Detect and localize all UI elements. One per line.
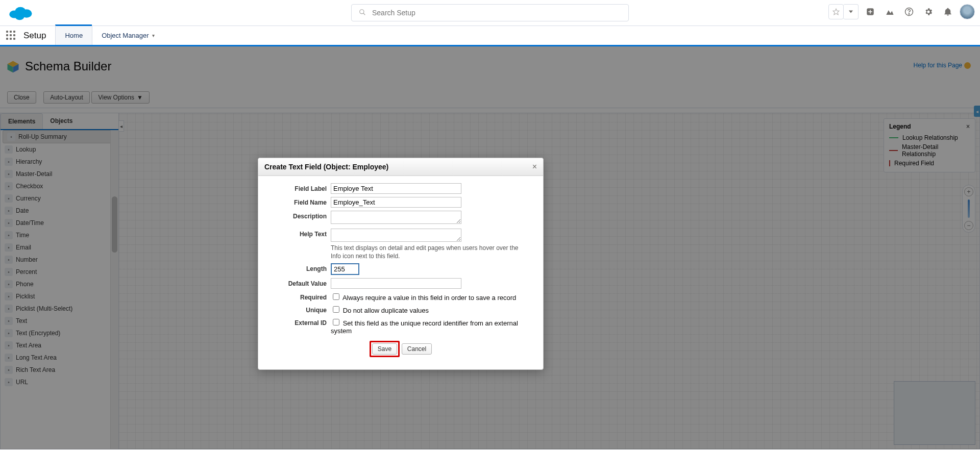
- help-text-textarea[interactable]: [331, 229, 461, 242]
- field-label-input[interactable]: [331, 183, 461, 194]
- global-actions-plus-icon[interactable]: [863, 4, 878, 19]
- favorites-star-icon[interactable]: [828, 4, 844, 19]
- chevron-down-icon: ▾: [152, 33, 155, 38]
- notifications-bell-icon[interactable]: [940, 4, 955, 19]
- help-text-hint: This text displays on detail and edit pa…: [331, 244, 525, 260]
- description-label: Description: [268, 211, 331, 220]
- workspace: Schema Builder Help for this Page Close …: [0, 46, 980, 449]
- modal-close-icon[interactable]: ×: [532, 162, 537, 171]
- external-id-label: External ID: [268, 317, 331, 327]
- length-label: Length: [268, 263, 331, 272]
- global-search[interactable]: [351, 4, 629, 21]
- description-textarea[interactable]: [331, 211, 461, 224]
- svg-point-4: [360, 9, 364, 13]
- help-question-icon[interactable]: [901, 4, 917, 19]
- svg-point-9: [909, 13, 910, 14]
- salesforce-help-trail-icon[interactable]: [882, 4, 897, 19]
- context-bar: Setup Home Object Manager ▾: [0, 26, 980, 46]
- favorites-menu-icon[interactable]: [843, 4, 859, 19]
- app-name: Setup: [22, 26, 55, 45]
- nav-tab-home[interactable]: Home: [55, 24, 92, 45]
- external-id-cb-text: Set this field as the unique record iden…: [331, 319, 518, 335]
- modal-body: Field Label Field Name Description Help …: [258, 176, 543, 369]
- search-icon: [359, 9, 366, 17]
- app-launcher-icon[interactable]: [0, 26, 22, 45]
- modal-title: Create Text Field (Object: Employee): [264, 163, 388, 171]
- default-value-label: Default Value: [268, 278, 331, 287]
- field-name-input[interactable]: [331, 197, 461, 208]
- unique-cb-text: Do not allow duplicate values: [343, 307, 429, 314]
- create-text-field-modal: Create Text Field (Object: Employee) × F…: [258, 158, 544, 370]
- default-value-input[interactable]: [331, 278, 461, 289]
- svg-point-3: [15, 13, 24, 20]
- global-header: [0, 0, 980, 26]
- required-checkbox[interactable]: [333, 293, 339, 300]
- cancel-button[interactable]: Cancel: [402, 343, 432, 355]
- header-utilities: [828, 4, 975, 19]
- global-search-input[interactable]: [371, 8, 628, 17]
- field-name-label: Field Name: [268, 197, 331, 206]
- save-button[interactable]: Save: [372, 343, 397, 355]
- save-button-label: Save: [378, 345, 391, 353]
- salesforce-logo-icon: [8, 4, 33, 21]
- save-button-highlight: Save: [370, 341, 400, 357]
- modal-footer: Save Cancel: [268, 338, 533, 363]
- field-label-label: Field Label: [268, 183, 331, 192]
- unique-label: Unique: [268, 305, 331, 314]
- nav-tab-object-manager[interactable]: Object Manager ▾: [92, 24, 164, 45]
- required-label: Required: [268, 292, 331, 301]
- external-id-checkbox[interactable]: [333, 319, 339, 325]
- user-avatar[interactable]: [960, 4, 975, 19]
- nav-tab-objmgr-label: Object Manager: [102, 32, 149, 39]
- modal-header: Create Text Field (Object: Employee) ×: [258, 158, 543, 176]
- nav-tab-home-label: Home: [65, 32, 83, 39]
- setup-gear-icon[interactable]: [921, 4, 936, 19]
- required-cb-text: Always require a value in this field in …: [342, 294, 516, 302]
- cancel-button-label: Cancel: [407, 345, 426, 353]
- help-text-label: Help Text: [268, 229, 331, 238]
- svg-marker-6: [833, 9, 839, 15]
- unique-checkbox[interactable]: [333, 306, 339, 313]
- svg-line-5: [363, 13, 365, 15]
- length-input[interactable]: [331, 263, 359, 275]
